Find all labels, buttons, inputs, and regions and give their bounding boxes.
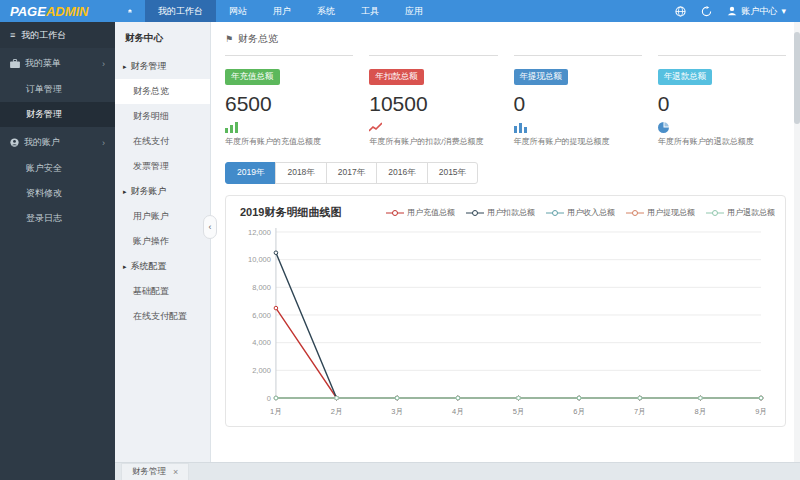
legend-item[interactable]: 用户退款总额 xyxy=(706,207,775,218)
tab-2017[interactable]: 2017年 xyxy=(326,162,377,184)
stat-card-refund: 年退款总额 0 年度所有账户的退款总额度 xyxy=(658,55,786,147)
legend-item[interactable]: 用户提现总额 xyxy=(626,207,695,218)
page-title: 财务总览 xyxy=(238,32,278,46)
legend-label: 用户充值总额 xyxy=(407,207,455,218)
svg-text:6月: 6月 xyxy=(573,407,585,416)
collapse-left-icon: ‹ xyxy=(209,222,212,232)
sidebar-group-my-account[interactable]: 我的账户 › xyxy=(0,127,115,156)
stat-description: 年度所有账户的扣款/消费总额度 xyxy=(369,136,497,147)
globe-icon[interactable] xyxy=(675,6,686,17)
scrollbar-thumb[interactable] xyxy=(794,32,800,124)
sidebar-group-my-menu[interactable]: 我的菜单 › xyxy=(0,48,115,77)
finance-line-chart: 02,0004,0006,0008,00010,00012,0001月2月3月4… xyxy=(236,222,775,422)
svg-text:0: 0 xyxy=(267,394,271,403)
svg-text:2,000: 2,000 xyxy=(252,366,271,375)
home-nav-button[interactable] xyxy=(115,0,145,22)
sidebar-header-workbench[interactable]: ≡ 我的工作台 xyxy=(0,22,115,48)
submenu-item-online-payment[interactable]: 在线支付 xyxy=(115,129,210,154)
svg-text:9月: 9月 xyxy=(755,407,767,416)
tab-2019[interactable]: 2019年 xyxy=(225,162,276,184)
tab-2018[interactable]: 2018年 xyxy=(275,162,326,184)
submenu-group-finance-account[interactable]: ▸财务账户 xyxy=(115,179,210,204)
legend-marker-icon xyxy=(386,209,404,217)
account-menu[interactable]: 账户中心 ▾ xyxy=(727,5,786,18)
legend-marker-icon xyxy=(706,209,724,217)
sidebar-item-order-management[interactable]: 订单管理 xyxy=(0,77,115,102)
nav-item-users[interactable]: 用户 xyxy=(260,0,304,22)
sidebar-item-profile-edit[interactable]: 资料修改 xyxy=(0,181,115,206)
nav-item-workbench[interactable]: 我的工作台 xyxy=(145,0,216,22)
stat-description: 年度所有账户的退款总额度 xyxy=(658,136,786,147)
svg-text:1月: 1月 xyxy=(270,407,282,416)
svg-text:7月: 7月 xyxy=(634,407,646,416)
svg-text:4,000: 4,000 xyxy=(252,338,271,347)
year-tabs: 2019年 2018年 2017年 2016年 2015年 xyxy=(225,162,786,184)
stat-value: 0 xyxy=(514,92,642,116)
svg-text:8,000: 8,000 xyxy=(252,283,271,292)
submenu-item-finance-detail[interactable]: 财务明细 xyxy=(115,104,210,129)
stat-card-recharge: 年充值总额 6500 年度所有账户的充值总额度 xyxy=(225,55,353,147)
logo-text-page: PAGE xyxy=(10,4,46,19)
legend-marker-icon xyxy=(546,209,564,217)
sidebar-item-finance-management[interactable]: 财务管理 xyxy=(0,102,115,127)
legend-item[interactable]: 用户收入总额 xyxy=(546,207,615,218)
legend-item[interactable]: 用户扣款总额 xyxy=(466,207,535,218)
legend-marker-icon xyxy=(466,209,484,217)
stat-card-withdraw: 年提现总额 0 年度所有账户的提现总额度 xyxy=(514,55,642,147)
legend-label: 用户退款总额 xyxy=(727,207,775,218)
sidebar-item-account-security[interactable]: 账户安全 xyxy=(0,156,115,181)
chevron-right-icon: › xyxy=(102,138,105,148)
svg-text:3月: 3月 xyxy=(391,407,403,416)
status-badge: 年退款总额 xyxy=(658,69,713,85)
tab-2015[interactable]: 2015年 xyxy=(427,162,478,184)
legend-item[interactable]: 用户充值总额 xyxy=(386,207,455,218)
secondary-sidebar: 财务中心 ▸财务管理 财务总览 财务明细 在线支付 发票管理 ▸财务账户 用户账… xyxy=(115,22,211,462)
footer-tab-finance-management[interactable]: 财务管理 × xyxy=(121,463,189,480)
flag-icon: ⚑ xyxy=(225,34,233,44)
nav-item-site[interactable]: 网站 xyxy=(216,0,260,22)
submenu-item-invoice-management[interactable]: 发票管理 xyxy=(115,154,210,179)
main-content: ⚑ 财务总览 年充值总额 6500 年度所有账户的充值总额度 年扣款总额 105… xyxy=(211,22,800,462)
bar-chart-icon xyxy=(225,119,353,131)
status-badge: 年提现总额 xyxy=(514,69,569,85)
svg-text:10,000: 10,000 xyxy=(248,255,271,264)
breadcrumb: ⚑ 财务总览 xyxy=(225,32,786,46)
svg-text:4月: 4月 xyxy=(452,407,464,416)
stat-description: 年度所有账户的提现总额度 xyxy=(514,136,642,147)
pie-chart-icon xyxy=(658,119,786,131)
hamburger-icon: ≡ xyxy=(10,30,15,40)
submenu-item-user-account[interactable]: 用户账户 xyxy=(115,204,210,229)
sidebar-item-login-log[interactable]: 登录日志 xyxy=(0,206,115,231)
open-tabs-bar: 财务管理 × xyxy=(115,462,800,480)
refresh-icon[interactable] xyxy=(701,6,712,17)
nav-item-apps[interactable]: 应用 xyxy=(392,0,436,22)
submenu-item-basic-config[interactable]: 基础配置 xyxy=(115,279,210,304)
nav-item-system[interactable]: 系统 xyxy=(304,0,348,22)
nav-item-tools[interactable]: 工具 xyxy=(348,0,392,22)
app-logo[interactable]: PAGEADMIN xyxy=(0,0,115,22)
topbar-right: 账户中心 ▾ xyxy=(675,0,800,22)
svg-text:6,000: 6,000 xyxy=(252,311,271,320)
close-icon[interactable]: × xyxy=(173,467,178,477)
tab-2016[interactable]: 2016年 xyxy=(376,162,427,184)
caret-icon: ▸ xyxy=(123,63,127,71)
chart-legend: 用户充值总额用户扣款总额用户收入总额用户提现总额用户退款总额 xyxy=(386,207,775,218)
briefcase-icon xyxy=(10,59,20,68)
svg-text:12,000: 12,000 xyxy=(248,228,271,237)
svg-text:2月: 2月 xyxy=(331,407,343,416)
sidebar-collapse-button[interactable]: ‹ xyxy=(203,215,217,239)
submenu-item-online-payment-config[interactable]: 在线支付配置 xyxy=(115,304,210,329)
svg-text:8月: 8月 xyxy=(695,407,707,416)
caret-down-icon: ▾ xyxy=(781,6,786,16)
submenu-header: 财务中心 xyxy=(115,22,210,54)
stat-cards: 年充值总额 6500 年度所有账户的充值总额度 年扣款总额 10500 年度所有… xyxy=(225,55,786,147)
submenu-group-finance-management[interactable]: ▸财务管理 xyxy=(115,54,210,79)
stat-value: 0 xyxy=(658,92,786,116)
chart-panel: 2019财务明细曲线图 用户充值总额用户扣款总额用户收入总额用户提现总额用户退款… xyxy=(225,195,786,427)
submenu-item-account-operation[interactable]: 账户操作 xyxy=(115,229,210,254)
svg-text:5月: 5月 xyxy=(513,407,525,416)
submenu-group-system-config[interactable]: ▸系统配置 xyxy=(115,254,210,279)
stat-card-deduction: 年扣款总额 10500 年度所有账户的扣款/消费总额度 xyxy=(369,55,497,147)
submenu-item-finance-overview[interactable]: 财务总览 xyxy=(115,79,210,104)
caret-icon: ▸ xyxy=(123,263,127,271)
